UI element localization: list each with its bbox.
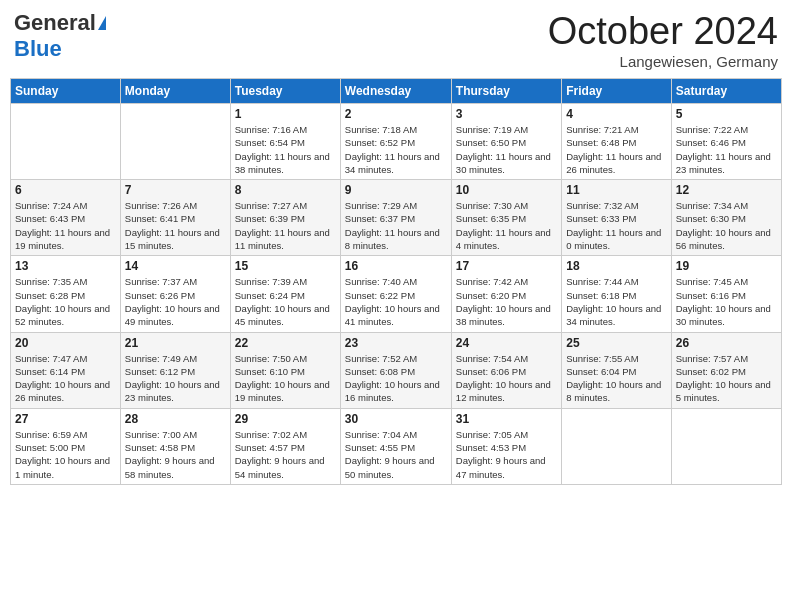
day-detail-line: Daylight: 11 hours and 23 minutes.: [676, 151, 771, 175]
calendar-day-cell: 18Sunrise: 7:44 AMSunset: 6:18 PMDayligh…: [562, 256, 671, 332]
day-number: 29: [235, 412, 336, 426]
title-section: October 2024 Langewiesen, Germany: [548, 10, 778, 70]
calendar-day-cell: [11, 104, 121, 180]
day-detail: Sunrise: 7:05 AMSunset: 4:53 PMDaylight:…: [456, 428, 557, 481]
calendar-day-cell: 11Sunrise: 7:32 AMSunset: 6:33 PMDayligh…: [562, 180, 671, 256]
day-detail: Sunrise: 7:35 AMSunset: 6:28 PMDaylight:…: [15, 275, 116, 328]
day-detail-line: Sunrise: 7:34 AM: [676, 200, 748, 211]
day-number: 17: [456, 259, 557, 273]
day-detail-line: Sunset: 6:16 PM: [676, 290, 746, 301]
day-number: 16: [345, 259, 447, 273]
day-detail-line: Sunrise: 7:19 AM: [456, 124, 528, 135]
day-detail-line: Daylight: 11 hours and 0 minutes.: [566, 227, 661, 251]
day-detail: Sunrise: 7:44 AMSunset: 6:18 PMDaylight:…: [566, 275, 666, 328]
calendar-day-cell: 26Sunrise: 7:57 AMSunset: 6:02 PMDayligh…: [671, 332, 781, 408]
day-detail-line: Sunset: 6:06 PM: [456, 366, 526, 377]
day-detail: Sunrise: 7:02 AMSunset: 4:57 PMDaylight:…: [235, 428, 336, 481]
day-detail: Sunrise: 7:16 AMSunset: 6:54 PMDaylight:…: [235, 123, 336, 176]
day-detail-line: Daylight: 11 hours and 34 minutes.: [345, 151, 440, 175]
day-detail-line: Sunrise: 7:05 AM: [456, 429, 528, 440]
calendar-day-cell: 29Sunrise: 7:02 AMSunset: 4:57 PMDayligh…: [230, 408, 340, 484]
day-number: 3: [456, 107, 557, 121]
day-of-week-header: Monday: [120, 79, 230, 104]
day-detail-line: Daylight: 11 hours and 4 minutes.: [456, 227, 551, 251]
calendar-day-cell: 2Sunrise: 7:18 AMSunset: 6:52 PMDaylight…: [340, 104, 451, 180]
day-detail: Sunrise: 7:24 AMSunset: 6:43 PMDaylight:…: [15, 199, 116, 252]
day-detail-line: Sunrise: 7:52 AM: [345, 353, 417, 364]
day-number: 2: [345, 107, 447, 121]
day-detail-line: Sunrise: 7:18 AM: [345, 124, 417, 135]
day-detail-line: Daylight: 10 hours and 12 minutes.: [456, 379, 551, 403]
day-detail-line: Sunset: 6:10 PM: [235, 366, 305, 377]
day-number: 23: [345, 336, 447, 350]
day-detail-line: Daylight: 10 hours and 30 minutes.: [676, 303, 771, 327]
day-detail: Sunrise: 7:21 AMSunset: 6:48 PMDaylight:…: [566, 123, 666, 176]
day-number: 11: [566, 183, 666, 197]
day-of-week-header: Wednesday: [340, 79, 451, 104]
day-number: 31: [456, 412, 557, 426]
day-detail-line: Sunset: 6:20 PM: [456, 290, 526, 301]
day-detail: Sunrise: 7:00 AMSunset: 4:58 PMDaylight:…: [125, 428, 226, 481]
day-detail-line: Sunrise: 7:50 AM: [235, 353, 307, 364]
calendar-day-cell: 3Sunrise: 7:19 AMSunset: 6:50 PMDaylight…: [451, 104, 561, 180]
day-detail-line: Daylight: 11 hours and 38 minutes.: [235, 151, 330, 175]
day-detail-line: Sunset: 6:12 PM: [125, 366, 195, 377]
calendar-table: SundayMondayTuesdayWednesdayThursdayFrid…: [10, 78, 782, 485]
day-detail-line: Daylight: 10 hours and 16 minutes.: [345, 379, 440, 403]
calendar-day-cell: [120, 104, 230, 180]
calendar-week-row: 13Sunrise: 7:35 AMSunset: 6:28 PMDayligh…: [11, 256, 782, 332]
day-detail-line: Sunset: 6:24 PM: [235, 290, 305, 301]
day-detail-line: Daylight: 10 hours and 34 minutes.: [566, 303, 661, 327]
day-detail-line: Daylight: 9 hours and 47 minutes.: [456, 455, 546, 479]
day-detail-line: Sunrise: 7:45 AM: [676, 276, 748, 287]
day-number: 26: [676, 336, 777, 350]
day-detail: Sunrise: 7:37 AMSunset: 6:26 PMDaylight:…: [125, 275, 226, 328]
day-number: 28: [125, 412, 226, 426]
day-detail: Sunrise: 7:47 AMSunset: 6:14 PMDaylight:…: [15, 352, 116, 405]
calendar-day-cell: 27Sunrise: 6:59 AMSunset: 5:00 PMDayligh…: [11, 408, 121, 484]
day-detail-line: Sunrise: 7:24 AM: [15, 200, 87, 211]
day-number: 8: [235, 183, 336, 197]
day-number: 24: [456, 336, 557, 350]
day-of-week-header: Saturday: [671, 79, 781, 104]
day-detail: Sunrise: 7:18 AMSunset: 6:52 PMDaylight:…: [345, 123, 447, 176]
calendar-day-cell: 12Sunrise: 7:34 AMSunset: 6:30 PMDayligh…: [671, 180, 781, 256]
day-number: 13: [15, 259, 116, 273]
day-detail-line: Sunrise: 7:47 AM: [15, 353, 87, 364]
day-detail-line: Sunrise: 7:00 AM: [125, 429, 197, 440]
day-detail-line: Sunset: 6:08 PM: [345, 366, 415, 377]
day-detail-line: Daylight: 11 hours and 11 minutes.: [235, 227, 330, 251]
day-detail-line: Daylight: 11 hours and 30 minutes.: [456, 151, 551, 175]
day-detail: Sunrise: 7:49 AMSunset: 6:12 PMDaylight:…: [125, 352, 226, 405]
day-detail: Sunrise: 7:32 AMSunset: 6:33 PMDaylight:…: [566, 199, 666, 252]
day-detail: Sunrise: 7:30 AMSunset: 6:35 PMDaylight:…: [456, 199, 557, 252]
day-detail-line: Sunset: 6:02 PM: [676, 366, 746, 377]
calendar-week-row: 1Sunrise: 7:16 AMSunset: 6:54 PMDaylight…: [11, 104, 782, 180]
day-detail-line: Sunrise: 7:16 AM: [235, 124, 307, 135]
day-detail-line: Sunset: 6:35 PM: [456, 213, 526, 224]
calendar-day-cell: 13Sunrise: 7:35 AMSunset: 6:28 PMDayligh…: [11, 256, 121, 332]
day-detail: Sunrise: 7:29 AMSunset: 6:37 PMDaylight:…: [345, 199, 447, 252]
calendar-day-cell: 6Sunrise: 7:24 AMSunset: 6:43 PMDaylight…: [11, 180, 121, 256]
day-number: 15: [235, 259, 336, 273]
calendar-day-cell: 15Sunrise: 7:39 AMSunset: 6:24 PMDayligh…: [230, 256, 340, 332]
day-detail-line: Daylight: 10 hours and 23 minutes.: [125, 379, 220, 403]
day-detail-line: Sunset: 6:37 PM: [345, 213, 415, 224]
day-detail-line: Sunset: 6:04 PM: [566, 366, 636, 377]
logo-general-text: General: [14, 10, 96, 36]
day-number: 22: [235, 336, 336, 350]
day-detail-line: Daylight: 10 hours and 1 minute.: [15, 455, 110, 479]
day-detail-line: Daylight: 10 hours and 52 minutes.: [15, 303, 110, 327]
day-number: 18: [566, 259, 666, 273]
day-detail: Sunrise: 7:55 AMSunset: 6:04 PMDaylight:…: [566, 352, 666, 405]
day-number: 9: [345, 183, 447, 197]
day-number: 25: [566, 336, 666, 350]
day-detail-line: Daylight: 11 hours and 15 minutes.: [125, 227, 220, 251]
day-of-week-header: Tuesday: [230, 79, 340, 104]
day-detail-line: Sunset: 6:52 PM: [345, 137, 415, 148]
day-detail-line: Sunset: 6:14 PM: [15, 366, 85, 377]
day-detail-line: Sunset: 6:22 PM: [345, 290, 415, 301]
calendar-header-row: SundayMondayTuesdayWednesdayThursdayFrid…: [11, 79, 782, 104]
day-detail-line: Sunset: 6:54 PM: [235, 137, 305, 148]
day-detail-line: Sunset: 6:33 PM: [566, 213, 636, 224]
